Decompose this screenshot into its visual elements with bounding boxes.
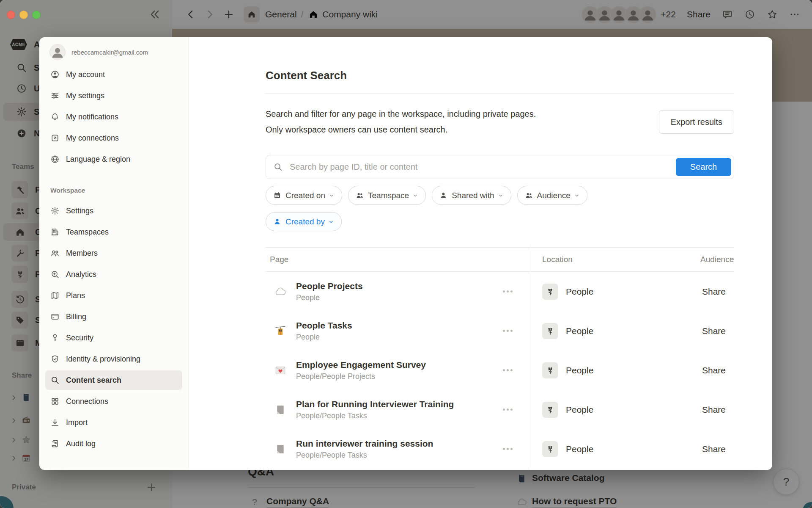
key-icon xyxy=(50,333,60,342)
flower-icon xyxy=(545,287,555,297)
settings-main: Content Search Search and filter for any… xyxy=(189,37,772,470)
settings-nav-item-connections[interactable]: Connections xyxy=(45,392,182,411)
page-title: Employee Engagement Survey xyxy=(296,360,426,370)
settings-nav-item-my-notifications[interactable]: My notifications xyxy=(45,107,182,127)
page-cell[interactable]: Run interviewer training sessionPeople/P… xyxy=(266,439,528,460)
filter-chip-teamspace[interactable]: Teamspace xyxy=(348,186,426,205)
tram-icon xyxy=(274,325,286,337)
filter-chip-created-by[interactable]: Created by xyxy=(266,212,342,231)
page-icon xyxy=(274,443,286,455)
settings-nav-item-billing[interactable]: Billing xyxy=(45,307,182,326)
settings-nav-item-my-connections[interactable]: My connections xyxy=(45,128,182,148)
user-avatar xyxy=(49,44,66,60)
settings-nav-item-my-account[interactable]: My account xyxy=(45,65,182,84)
column-header-audience: Audience xyxy=(700,255,734,264)
location-label: People xyxy=(566,444,593,454)
settings-nav-label: My notifications xyxy=(66,113,118,121)
settings-nav-item-import[interactable]: Import xyxy=(45,413,182,432)
row-menu-icon[interactable] xyxy=(503,290,513,293)
settings-nav-item-my-settings[interactable]: My settings xyxy=(45,86,182,105)
results-table: Page Location Audience People ProjectsPe… xyxy=(266,247,734,469)
settings-nav-item-language-region[interactable]: Language & region xyxy=(45,149,182,169)
table-row[interactable]: People TasksPeoplePeopleShare xyxy=(266,311,734,351)
page-cell[interactable]: People ProjectsPeople xyxy=(266,281,528,302)
row-menu-icon[interactable] xyxy=(503,369,513,371)
minimize-button[interactable] xyxy=(19,11,28,19)
two-people-icon xyxy=(356,191,364,199)
table-column-divider xyxy=(528,244,528,470)
members-icon xyxy=(50,248,60,258)
search-button[interactable]: Search xyxy=(676,158,731,176)
shield-icon xyxy=(50,354,60,364)
settings-nav-item-members[interactable]: Members xyxy=(45,243,182,263)
settings-nav-label: Audit log xyxy=(66,439,96,448)
audience-cell: Share xyxy=(700,444,734,454)
settings-nav-item-plans[interactable]: Plans xyxy=(45,286,182,305)
table-row[interactable]: Employee Engagement SurveyPeople/People … xyxy=(266,351,734,390)
table-row[interactable]: Plan for Running Interviewer TrainingPeo… xyxy=(266,390,734,429)
flower-icon xyxy=(545,365,555,375)
page-text: Plan for Running Interviewer TrainingPeo… xyxy=(296,399,454,420)
person-icon xyxy=(273,218,281,226)
teamspace-icon-box xyxy=(542,441,558,457)
settings-nav-label: Security xyxy=(66,334,93,342)
export-results-button[interactable]: Export results xyxy=(659,110,734,134)
page-cell[interactable]: Plan for Running Interviewer TrainingPeo… xyxy=(266,399,528,420)
settings-nav-item-settings[interactable]: Settings xyxy=(45,201,182,221)
globe-icon xyxy=(50,155,60,164)
table-header: Page Location Audience xyxy=(266,247,734,272)
close-button[interactable] xyxy=(7,11,15,19)
search-bar: Search xyxy=(266,155,734,179)
settings-nav-item-audit-log[interactable]: Audit log xyxy=(45,434,182,453)
settings-nav-label: Members xyxy=(66,249,98,258)
analytics-icon xyxy=(50,270,60,279)
settings-sidebar: rebeccamcakir@gmail.com My accountMy set… xyxy=(39,37,189,470)
location-label: People xyxy=(566,287,593,297)
settings-nav-label: Content search xyxy=(66,376,121,385)
chevron-down-icon xyxy=(412,193,418,199)
search-input[interactable] xyxy=(266,155,734,179)
zoom-button[interactable] xyxy=(32,11,41,19)
search-icon xyxy=(50,375,60,385)
settings-nav-item-teamspaces[interactable]: Teamspaces xyxy=(45,222,182,242)
teamspace-icon-box xyxy=(542,402,558,418)
filter-chip-created-on[interactable]: Created on xyxy=(266,186,342,205)
filter-chip-label: Audience xyxy=(537,191,571,200)
settings-nav-label: My account xyxy=(66,70,105,79)
settings-nav-item-content-search[interactable]: Content search xyxy=(45,370,182,390)
audience-cell: Share xyxy=(700,365,734,375)
row-menu-icon[interactable] xyxy=(503,448,513,450)
filter-chip-label: Shared with xyxy=(452,191,494,200)
settings-nav-item-identity-provisioning[interactable]: Identity & provisioning xyxy=(45,349,182,369)
settings-nav-item-analytics[interactable]: Analytics xyxy=(45,265,182,284)
location-cell: People xyxy=(528,323,700,339)
person-icon xyxy=(439,191,447,199)
row-menu-icon[interactable] xyxy=(503,409,513,411)
settings-modal: rebeccamcakir@gmail.com My accountMy set… xyxy=(39,37,772,470)
filter-chip-shared-with[interactable]: Shared with xyxy=(432,186,511,205)
settings-nav-item-security[interactable]: Security xyxy=(45,328,182,348)
page-cell[interactable]: People TasksPeople xyxy=(266,320,528,342)
table-row[interactable]: Run interviewer training sessionPeople/P… xyxy=(266,429,734,469)
location-label: People xyxy=(566,326,593,336)
screen: ACME A SUSN Teams PCGPPSSM Share 17 Priv… xyxy=(0,0,812,508)
person-circle-icon xyxy=(50,70,60,79)
filter-chip-audience[interactable]: Audience xyxy=(517,186,587,205)
cloud-icon xyxy=(274,286,286,298)
import-icon xyxy=(50,418,60,427)
teamspace-icon-box xyxy=(542,284,558,300)
row-menu-icon[interactable] xyxy=(503,330,513,332)
page-icon xyxy=(274,404,286,416)
person-silhouette-icon xyxy=(50,44,65,60)
table-row[interactable]: People ProjectsPeoplePeopleShare xyxy=(266,272,734,311)
calendar-icon xyxy=(273,191,281,199)
column-header-page: Page xyxy=(266,255,528,264)
map-icon xyxy=(50,291,60,300)
two-people-icon xyxy=(525,191,533,199)
account-row[interactable]: rebeccamcakir@gmail.com xyxy=(49,44,148,60)
location-label: People xyxy=(566,365,593,375)
search-icon xyxy=(273,162,283,172)
page-cell[interactable]: Employee Engagement SurveyPeople/People … xyxy=(266,360,528,381)
bell-icon xyxy=(50,112,60,121)
settings-nav-label: Billing xyxy=(66,312,86,321)
